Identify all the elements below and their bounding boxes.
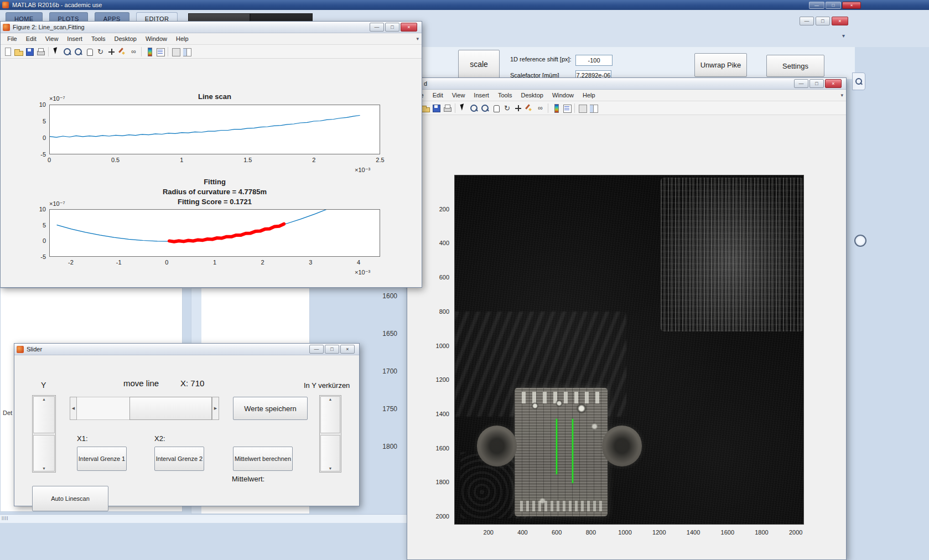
show-plot-tools-icon[interactable] <box>181 46 192 57</box>
menu-item[interactable]: Tools <box>87 34 110 44</box>
insert-legend-icon[interactable] <box>562 103 572 113</box>
close-button[interactable]: × <box>401 23 417 32</box>
menu-item[interactable]: Insert <box>469 90 494 100</box>
menu-item[interactable]: Help <box>578 90 600 100</box>
right-figure-titlebar[interactable]: d — □ × <box>407 78 846 90</box>
save-figure-icon[interactable] <box>24 46 35 57</box>
menu-item[interactable]: Edit <box>428 90 448 100</box>
maximize-button[interactable]: □ <box>325 345 339 354</box>
menu-item[interactable]: Window <box>548 90 578 100</box>
scroll-down-button[interactable]: ▼ <box>320 435 340 472</box>
menu-item[interactable]: Desktop <box>110 34 141 44</box>
plot-title: Fitting <box>49 178 380 186</box>
close-button[interactable]: × <box>825 79 842 88</box>
minimize-button[interactable]: — <box>794 79 808 88</box>
menu-item[interactable]: Window <box>141 34 172 44</box>
menu-item[interactable]: View <box>448 90 470 100</box>
slider-right-arrow[interactable]: ▶ <box>212 397 219 420</box>
x-position-slider[interactable]: ◀ ▶ <box>70 397 219 420</box>
scroll-up-button[interactable]: ▲ <box>33 396 55 433</box>
pan-icon[interactable] <box>491 103 501 113</box>
link-plot-icon[interactable] <box>128 46 139 57</box>
minimize-button[interactable]: — <box>370 23 384 32</box>
zoom-in-icon[interactable] <box>469 103 479 113</box>
interval-limit-2-button[interactable]: Interval Grenze 2 <box>154 447 204 471</box>
tick-label: 1000 <box>618 529 631 536</box>
x-exponent-label: ×10⁻³ <box>355 167 370 174</box>
close-button[interactable]: × <box>340 345 355 354</box>
tick-label: 200 <box>439 206 449 212</box>
zoom-out-icon[interactable] <box>480 103 490 113</box>
scroll-down-button[interactable]: ▼ <box>33 435 55 472</box>
maximize-button[interactable]: □ <box>809 79 824 88</box>
minimize-button[interactable]: — <box>309 345 324 354</box>
resize-handle[interactable]: |||| <box>2 515 8 520</box>
search-tab[interactable] <box>852 72 865 90</box>
insert-legend-icon[interactable] <box>155 46 165 57</box>
window-controls: — □ × <box>370 23 417 32</box>
calculate-mean-button[interactable]: Mittelwert berechnen <box>233 447 293 471</box>
save-values-button[interactable]: Werte speichern <box>233 397 308 420</box>
scroll-up-button[interactable]: ▲ <box>320 396 340 433</box>
hide-plot-tools-icon[interactable] <box>170 46 181 57</box>
figure2-titlebar[interactable]: Figure 2: Line_scan,Fitting — □ × <box>1 22 422 33</box>
auto-linescan-button[interactable]: Auto Linescan <box>32 486 108 511</box>
insert-colorbar-icon[interactable] <box>551 103 561 113</box>
hide-plot-tools-icon[interactable] <box>577 103 588 113</box>
tick-label: -2 <box>68 259 74 266</box>
minimize-button[interactable]: — <box>800 17 814 25</box>
y-scrollbar-left[interactable]: ▲ ▼ <box>32 395 56 473</box>
menu-chevron[interactable]: ▾ <box>840 92 843 98</box>
toolbar-separator <box>48 47 49 56</box>
menu-item[interactable]: Help <box>172 34 193 44</box>
menu-item[interactable]: File <box>3 34 22 44</box>
save-figure-icon[interactable] <box>431 103 442 113</box>
menu-item[interactable]: View <box>41 34 63 44</box>
brush-icon[interactable] <box>524 103 534 113</box>
help-circle-button[interactable] <box>854 235 866 247</box>
show-plot-tools-icon[interactable] <box>588 103 599 113</box>
interval-limit-1-button[interactable]: Interval Grenze 1 <box>77 447 127 471</box>
fitting-plot-area <box>49 209 380 257</box>
maximize-button[interactable]: □ <box>385 23 399 32</box>
unwrap-pike-button[interactable]: Unwrap Pike <box>694 53 747 77</box>
minimize-button[interactable]: — <box>809 2 824 9</box>
edit-plot-icon[interactable] <box>458 103 468 113</box>
pan-icon[interactable] <box>84 46 95 57</box>
menu-item[interactable]: Edit <box>22 34 41 44</box>
right-arrow-icon: ▶ <box>214 406 217 411</box>
settings-button[interactable]: Settings <box>766 55 824 77</box>
y-scrollbar-right[interactable]: ▲ ▼ <box>319 395 341 473</box>
slider-titlebar[interactable]: Slider — □ × <box>14 344 359 355</box>
print-figure-icon[interactable] <box>35 46 46 57</box>
slider-left-arrow[interactable]: ◀ <box>70 397 77 420</box>
tick-label: 5 <box>43 222 46 229</box>
brush-icon[interactable] <box>117 46 128 57</box>
slider-thumb[interactable] <box>129 397 212 420</box>
data-cursor-icon[interactable] <box>513 103 523 113</box>
menu-item[interactable]: Desktop <box>517 90 548 100</box>
ref-shift-input[interactable]: -100 <box>575 55 613 66</box>
zoom-out-icon[interactable] <box>73 46 84 57</box>
menu-item[interactable]: Insert <box>63 34 87 44</box>
insert-colorbar-icon[interactable] <box>144 46 154 57</box>
close-button[interactable]: × <box>832 17 848 25</box>
menu-item[interactable]: Tools <box>494 90 517 100</box>
zoom-in-icon[interactable] <box>62 46 72 57</box>
scale-button[interactable]: scale <box>458 50 500 79</box>
new-figure-icon[interactable] <box>2 46 13 57</box>
menu-chevron[interactable]: ▾ <box>416 36 419 42</box>
maximize-button[interactable]: □ <box>816 17 830 25</box>
rotate-3d-icon[interactable] <box>502 103 512 113</box>
collapse-ribbon-chevron[interactable]: ▾ <box>842 33 845 39</box>
print-figure-icon[interactable] <box>442 103 453 113</box>
link-plot-icon[interactable] <box>535 103 546 113</box>
maximize-button[interactable]: □ <box>826 2 841 9</box>
tick-label: 1 <box>213 259 216 266</box>
close-button[interactable]: × <box>842 2 861 9</box>
slider-track[interactable] <box>77 397 129 420</box>
open-file-icon[interactable] <box>13 46 24 57</box>
data-cursor-icon[interactable] <box>106 46 117 57</box>
rotate-3d-icon[interactable] <box>95 46 106 57</box>
edit-plot-icon[interactable] <box>51 46 61 57</box>
